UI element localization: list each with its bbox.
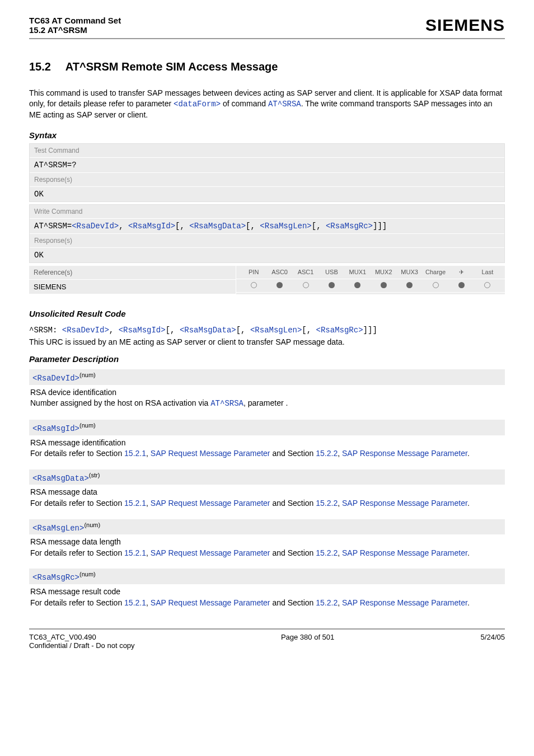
write-command-label: Write Command xyxy=(30,205,504,219)
param-title: RSA message result code xyxy=(30,586,504,598)
link-section-1522[interactable]: 15.2.2 xyxy=(316,598,338,607)
urc-rsamsgrc[interactable]: <RsaMsgRc> xyxy=(316,326,363,335)
syntax-test-box: Test Command AT^SRSM=? Response(s) OK xyxy=(29,143,505,202)
param-name-box: <RsaMsgLen>(num) xyxy=(29,519,505,535)
link-atsrsa-ref[interactable]: AT^SRSA xyxy=(210,399,243,408)
col-mux2: MUX2 xyxy=(371,269,396,275)
dot-filled-icon xyxy=(329,282,335,288)
test-command-value: AT^SRSM=? xyxy=(30,158,504,173)
urc-rsamsglen[interactable]: <RsaMsgLen> xyxy=(250,326,302,335)
write-command-value: AT^SRSM=<RsaDevId>, <RsaMsgId>[, <RsaMsg… xyxy=(30,219,504,234)
col-asc1: ASC1 xyxy=(293,269,318,275)
test-response-ok: OK xyxy=(30,187,504,201)
syntax-heading: Syntax xyxy=(29,130,505,140)
col-asc0: ASC0 xyxy=(266,269,292,275)
param-type-superscript: (num) xyxy=(79,372,96,378)
reference-table: Reference(s) SIEMENS PIN ASC0 ASC1 USB M… xyxy=(29,265,505,294)
link-section-1521[interactable]: 15.2.1 xyxy=(124,598,146,607)
doc-title: TC63 AT Command Set xyxy=(29,16,121,25)
section-number: 15.2 xyxy=(29,60,63,73)
state-cell-mux2 xyxy=(371,282,396,289)
col-charge: Charge xyxy=(423,269,448,275)
link-sap-response[interactable]: SAP Response Message Parameter xyxy=(342,548,467,557)
intro-paragraph: This command is used to transfer SAP mes… xyxy=(29,88,505,120)
state-cell-mux3 xyxy=(396,282,422,289)
dot-filled-icon xyxy=(354,282,360,288)
urc-code: ^SRSM: <RsaDevId>, <RsaMsgId>[, <RsaMsgD… xyxy=(29,324,505,336)
param-rsamsgrc[interactable]: <RsaMsgRc> xyxy=(326,222,373,231)
footer-confidential: Confidential / Draft - Do not copy xyxy=(29,641,135,650)
param-description: For details refer to Section 15.2.1, SAP… xyxy=(30,448,504,459)
param-name-link[interactable]: <RsaMsgRc> xyxy=(32,573,79,582)
footer-date: 5/24/05 xyxy=(481,633,505,650)
state-cell-✈ xyxy=(448,282,474,289)
col-usb: USB xyxy=(318,269,344,275)
param-name-box: <RsaMsgRc>(num) xyxy=(29,569,505,584)
footer-version: TC63_ATC_V00.490 xyxy=(29,633,135,641)
param-name-link[interactable]: <RsaDevId> xyxy=(32,374,79,383)
write-response-label: Response(s) xyxy=(30,234,504,248)
state-cell-mux1 xyxy=(345,282,371,289)
param-rsamsgdata[interactable]: <RsaMsgData> xyxy=(189,222,246,231)
link-sap-response[interactable]: SAP Response Message Parameter xyxy=(342,598,467,607)
param-rsamsglen[interactable]: <RsaMsgLen> xyxy=(260,222,311,231)
urc-rsamsgdata[interactable]: <RsaMsgData> xyxy=(180,326,236,335)
link-sap-request[interactable]: SAP Request Message Parameter xyxy=(151,598,270,607)
link-section-1522[interactable]: 15.2.2 xyxy=(316,449,338,458)
link-dataform[interactable]: <dataForm> xyxy=(174,100,221,109)
param-rsamsgid[interactable]: <RsaMsgId> xyxy=(128,222,175,231)
param-name-box: <RsaMsgData>(str) xyxy=(29,469,505,485)
urc-rsadevid[interactable]: <RsaDevId> xyxy=(62,326,109,335)
dot-empty-icon xyxy=(303,282,309,288)
param-body: RSA message data lengthFor details refer… xyxy=(29,534,505,563)
link-section-1522[interactable]: 15.2.2 xyxy=(316,499,338,508)
col-mux3: MUX3 xyxy=(396,269,422,275)
page-footer: TC63_ATC_V00.490 Confidential / Draft - … xyxy=(29,628,505,650)
footer-page: Page 380 of 501 xyxy=(281,633,334,650)
test-response-label: Response(s) xyxy=(30,173,504,187)
urc-rsamsgid[interactable]: <RsaMsgId> xyxy=(119,326,166,335)
header-left: TC63 AT Command Set 15.2 AT^SRSM xyxy=(29,16,121,35)
param-body: RSA message dataFor details refer to Sec… xyxy=(29,485,505,513)
page-header: TC63 AT Command Set 15.2 AT^SRSM SIEMENS xyxy=(29,16,505,39)
state-cell-charge xyxy=(423,282,448,289)
ref-label: Reference(s) xyxy=(29,266,236,280)
link-section-1522[interactable]: 15.2.2 xyxy=(316,548,338,557)
ref-value: SIEMENS xyxy=(29,280,236,294)
state-cell-asc1 xyxy=(293,282,318,289)
doc-section-label: 15.2 AT^SRSM xyxy=(29,25,121,35)
intro-text-2: of command xyxy=(221,99,268,108)
param-title: RSA message data length xyxy=(30,537,504,548)
param-name-box: <RsaMsgId>(num) xyxy=(29,420,505,435)
link-section-1521[interactable]: 15.2.1 xyxy=(124,449,146,458)
param-name-link[interactable]: <RsaMsgLen> xyxy=(32,523,84,532)
link-sap-response[interactable]: SAP Response Message Parameter xyxy=(342,449,467,458)
param-name-box: <RsaDevId>(num) xyxy=(29,369,505,385)
link-sap-request[interactable]: SAP Request Message Parameter xyxy=(151,449,270,458)
param-type-superscript: (str) xyxy=(89,472,100,478)
param-description: For details refer to Section 15.2.1, SAP… xyxy=(30,548,504,559)
param-title: RSA message identification xyxy=(30,438,504,449)
syntax-write-box: Write Command AT^SRSM=<RsaDevId>, <RsaMs… xyxy=(29,204,505,263)
param-type-superscript: (num) xyxy=(84,522,100,528)
ref-col-headers: PIN ASC0 ASC1 USB MUX1 MUX2 MUX3 Charge … xyxy=(241,269,500,276)
param-heading: Parameter Description xyxy=(29,354,505,364)
link-section-1521[interactable]: 15.2.1 xyxy=(124,499,146,508)
param-name-link[interactable]: <RsaMsgId> xyxy=(32,424,79,433)
param-title: RSA device identification xyxy=(30,387,504,398)
param-name-link[interactable]: <RsaMsgData> xyxy=(32,473,89,482)
link-sap-request[interactable]: SAP Request Message Parameter xyxy=(151,548,270,557)
param-body: RSA device identificationNumber assigned… xyxy=(29,385,505,414)
dot-filled-icon xyxy=(381,282,387,288)
urc-heading: Unsolicited Result Code xyxy=(29,309,505,318)
dot-filled-icon xyxy=(458,282,465,288)
link-sap-response[interactable]: SAP Response Message Parameter xyxy=(342,499,467,508)
link-atsrsa[interactable]: AT^SRSA xyxy=(268,100,301,109)
param-rsadevid[interactable]: <RsaDevId> xyxy=(72,222,119,231)
param-description: Number assigned by the host on RSA activ… xyxy=(30,398,504,410)
link-section-1521[interactable]: 15.2.1 xyxy=(124,548,146,557)
link-sap-request[interactable]: SAP Request Message Parameter xyxy=(151,499,270,508)
write-prefix: AT^SRSM= xyxy=(34,222,72,231)
write-response-ok: OK xyxy=(30,248,504,262)
section-title: AT^SRSM Remote SIM Access Message xyxy=(65,60,278,73)
